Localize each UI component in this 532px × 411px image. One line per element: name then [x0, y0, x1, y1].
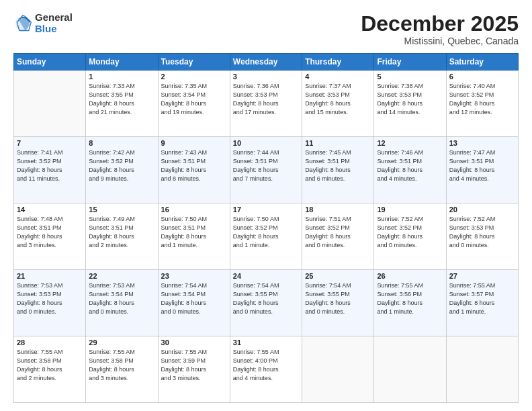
calendar-cell: 2Sunrise: 7:35 AM Sunset: 3:54 PM Daylig… — [158, 71, 230, 137]
day-info: Sunrise: 7:42 AM Sunset: 3:52 PM Dayligh… — [89, 148, 154, 183]
calendar-cell: 21Sunrise: 7:53 AM Sunset: 3:53 PM Dayli… — [14, 270, 86, 336]
logo-icon — [13, 14, 32, 33]
calendar-cell: 7Sunrise: 7:41 AM Sunset: 3:52 PM Daylig… — [14, 137, 86, 203]
day-number: 19 — [377, 205, 443, 214]
calendar-cell: 5Sunrise: 7:38 AM Sunset: 3:53 PM Daylig… — [374, 71, 446, 137]
day-number: 7 — [17, 139, 83, 147]
day-number: 1 — [89, 73, 154, 81]
calendar-cell: 26Sunrise: 7:55 AM Sunset: 3:56 PM Dayli… — [374, 270, 446, 336]
calendar-cell: 20Sunrise: 7:52 AM Sunset: 3:53 PM Dayli… — [446, 203, 518, 270]
calendar-table: SundayMondayTuesdayWednesdayThursdayFrid… — [13, 53, 519, 403]
calendar-cell: 24Sunrise: 7:54 AM Sunset: 3:55 PM Dayli… — [230, 270, 302, 336]
calendar-cell: 18Sunrise: 7:51 AM Sunset: 3:52 PM Dayli… — [302, 203, 374, 270]
day-info: Sunrise: 7:41 AM Sunset: 3:52 PM Dayligh… — [17, 148, 83, 183]
calendar-cell: 23Sunrise: 7:54 AM Sunset: 3:54 PM Dayli… — [158, 270, 230, 336]
main-title: December 2025 — [361, 12, 519, 36]
day-number: 14 — [17, 205, 83, 214]
day-number: 20 — [449, 205, 515, 214]
calendar-cell: 30Sunrise: 7:55 AM Sunset: 3:59 PM Dayli… — [158, 336, 230, 403]
day-number: 22 — [89, 272, 154, 280]
day-info: Sunrise: 7:55 AM Sunset: 3:56 PM Dayligh… — [377, 281, 443, 316]
subtitle: Mistissini, Quebec, Canada — [361, 36, 519, 46]
day-info: Sunrise: 7:53 AM Sunset: 3:54 PM Dayligh… — [89, 281, 154, 316]
calendar-cell: 1Sunrise: 7:33 AM Sunset: 3:55 PM Daylig… — [86, 71, 158, 137]
day-info: Sunrise: 7:36 AM Sunset: 3:53 PM Dayligh… — [233, 82, 299, 117]
day-info: Sunrise: 7:55 AM Sunset: 4:00 PM Dayligh… — [233, 348, 299, 383]
calendar-cell: 31Sunrise: 7:55 AM Sunset: 4:00 PM Dayli… — [230, 336, 302, 403]
day-info: Sunrise: 7:43 AM Sunset: 3:51 PM Dayligh… — [161, 148, 227, 183]
page: General Blue December 2025 Mistissini, Q… — [0, 0, 532, 411]
week-row-3: 14Sunrise: 7:48 AM Sunset: 3:51 PM Dayli… — [14, 203, 519, 270]
calendar-cell: 9Sunrise: 7:43 AM Sunset: 3:51 PM Daylig… — [158, 137, 230, 203]
week-row-4: 21Sunrise: 7:53 AM Sunset: 3:53 PM Dayli… — [14, 270, 519, 336]
day-number: 17 — [233, 205, 299, 214]
calendar-cell — [302, 336, 374, 403]
day-info: Sunrise: 7:47 AM Sunset: 3:51 PM Dayligh… — [449, 148, 515, 183]
calendar-cell: 14Sunrise: 7:48 AM Sunset: 3:51 PM Dayli… — [14, 203, 86, 270]
day-number: 24 — [233, 272, 299, 280]
day-number: 6 — [449, 73, 515, 81]
calendar-cell: 4Sunrise: 7:37 AM Sunset: 3:53 PM Daylig… — [302, 71, 374, 137]
day-number: 8 — [89, 139, 154, 147]
day-number: 5 — [377, 73, 443, 81]
calendar-cell: 11Sunrise: 7:45 AM Sunset: 3:51 PM Dayli… — [302, 137, 374, 203]
calendar-cell: 29Sunrise: 7:55 AM Sunset: 3:58 PM Dayli… — [86, 336, 158, 403]
day-number: 9 — [161, 139, 227, 147]
day-number: 28 — [17, 338, 83, 347]
day-info: Sunrise: 7:54 AM Sunset: 3:54 PM Dayligh… — [161, 281, 227, 316]
top-section: General Blue December 2025 Mistissini, Q… — [13, 12, 519, 46]
day-info: Sunrise: 7:50 AM Sunset: 3:51 PM Dayligh… — [161, 215, 227, 250]
day-number: 2 — [161, 73, 227, 81]
day-info: Sunrise: 7:44 AM Sunset: 3:51 PM Dayligh… — [233, 148, 299, 183]
col-header-tuesday: Tuesday — [158, 54, 230, 71]
week-row-5: 28Sunrise: 7:55 AM Sunset: 3:58 PM Dayli… — [14, 336, 519, 403]
day-info: Sunrise: 7:40 AM Sunset: 3:52 PM Dayligh… — [449, 82, 515, 117]
calendar-cell: 13Sunrise: 7:47 AM Sunset: 3:51 PM Dayli… — [446, 137, 518, 203]
day-info: Sunrise: 7:49 AM Sunset: 3:51 PM Dayligh… — [89, 215, 154, 250]
day-number: 23 — [161, 272, 227, 280]
day-info: Sunrise: 7:50 AM Sunset: 3:52 PM Dayligh… — [233, 215, 299, 250]
day-info: Sunrise: 7:35 AM Sunset: 3:54 PM Dayligh… — [161, 82, 227, 117]
calendar-cell — [14, 71, 86, 137]
calendar-cell: 28Sunrise: 7:55 AM Sunset: 3:58 PM Dayli… — [14, 336, 86, 403]
day-info: Sunrise: 7:45 AM Sunset: 3:51 PM Dayligh… — [305, 148, 371, 183]
day-info: Sunrise: 7:46 AM Sunset: 3:51 PM Dayligh… — [377, 148, 443, 183]
calendar-cell: 16Sunrise: 7:50 AM Sunset: 3:51 PM Dayli… — [158, 203, 230, 270]
day-number: 18 — [305, 205, 371, 214]
header-row: SundayMondayTuesdayWednesdayThursdayFrid… — [14, 54, 519, 71]
day-number: 25 — [305, 272, 371, 280]
logo: General Blue — [13, 12, 73, 34]
logo-blue: Blue — [35, 24, 73, 35]
day-info: Sunrise: 7:48 AM Sunset: 3:51 PM Dayligh… — [17, 215, 83, 250]
calendar-cell: 8Sunrise: 7:42 AM Sunset: 3:52 PM Daylig… — [86, 137, 158, 203]
day-info: Sunrise: 7:53 AM Sunset: 3:53 PM Dayligh… — [17, 281, 83, 316]
title-section: December 2025 Mistissini, Quebec, Canada — [361, 12, 519, 46]
calendar-cell — [374, 336, 446, 403]
col-header-wednesday: Wednesday — [230, 54, 302, 71]
day-info: Sunrise: 7:52 AM Sunset: 3:52 PM Dayligh… — [377, 215, 443, 250]
day-number: 30 — [161, 338, 227, 347]
day-info: Sunrise: 7:55 AM Sunset: 3:58 PM Dayligh… — [17, 348, 83, 383]
day-info: Sunrise: 7:52 AM Sunset: 3:53 PM Dayligh… — [449, 215, 515, 250]
day-info: Sunrise: 7:55 AM Sunset: 3:58 PM Dayligh… — [89, 348, 154, 383]
calendar-cell: 22Sunrise: 7:53 AM Sunset: 3:54 PM Dayli… — [86, 270, 158, 336]
day-number: 12 — [377, 139, 443, 147]
day-info: Sunrise: 7:54 AM Sunset: 3:55 PM Dayligh… — [305, 281, 371, 316]
col-header-thursday: Thursday — [302, 54, 374, 71]
day-info: Sunrise: 7:38 AM Sunset: 3:53 PM Dayligh… — [377, 82, 443, 117]
day-number: 10 — [233, 139, 299, 147]
day-info: Sunrise: 7:51 AM Sunset: 3:52 PM Dayligh… — [305, 215, 371, 250]
col-header-sunday: Sunday — [14, 54, 86, 71]
day-info: Sunrise: 7:37 AM Sunset: 3:53 PM Dayligh… — [305, 82, 371, 117]
day-number: 3 — [233, 73, 299, 81]
calendar-cell: 25Sunrise: 7:54 AM Sunset: 3:55 PM Dayli… — [302, 270, 374, 336]
day-info: Sunrise: 7:55 AM Sunset: 3:57 PM Dayligh… — [449, 281, 515, 316]
day-number: 21 — [17, 272, 83, 280]
day-number: 16 — [161, 205, 227, 214]
calendar-cell: 19Sunrise: 7:52 AM Sunset: 3:52 PM Dayli… — [374, 203, 446, 270]
day-info: Sunrise: 7:33 AM Sunset: 3:55 PM Dayligh… — [89, 82, 154, 117]
calendar-cell: 12Sunrise: 7:46 AM Sunset: 3:51 PM Dayli… — [374, 137, 446, 203]
calendar-cell: 10Sunrise: 7:44 AM Sunset: 3:51 PM Dayli… — [230, 137, 302, 203]
col-header-monday: Monday — [86, 54, 158, 71]
day-number: 31 — [233, 338, 299, 347]
